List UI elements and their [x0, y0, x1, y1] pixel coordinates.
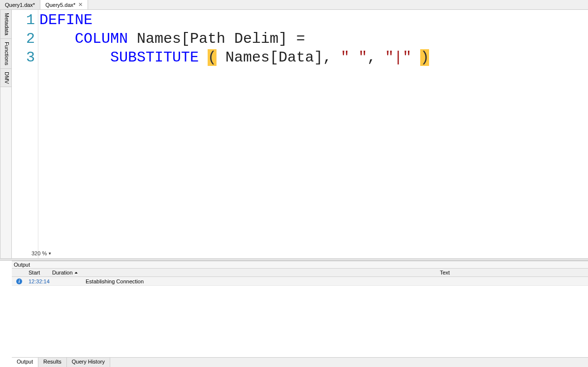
file-tab-bar: Query1.dax* Query5.dax* ✕ — [0, 0, 588, 10]
col-text[interactable]: Text — [438, 269, 588, 276]
tab-query1[interactable]: Query1.dax* — [0, 0, 40, 9]
function-substitute: SUBSTITUTE — [110, 49, 199, 66]
string-literal: " " — [340, 49, 367, 66]
sort-icon: ⏶ — [74, 271, 78, 275]
col-icon[interactable] — [12, 269, 27, 276]
line-number: 1 — [12, 11, 38, 30]
line-number: 3 — [12, 48, 38, 67]
info-icon: i — [16, 278, 22, 284]
output-panel: Output Start Duration ⏶ Text i 12:32:14 … — [12, 261, 588, 357]
main-area: Metadata Functions DMV 1 2 3 DEFINE COLU… — [0, 10, 588, 258]
keyword-define: DEFINE — [39, 12, 93, 29]
paren-open: ( — [208, 49, 217, 66]
line-number: 2 — [12, 30, 38, 48]
code-text[interactable]: DEFINE COLUMN Names[Path Delim] = SUBSTI… — [38, 10, 588, 258]
bottom-tab-output[interactable]: Output — [12, 358, 38, 367]
chevron-down-icon: ▼ — [48, 251, 52, 256]
zoom-indicator[interactable]: 320 % ▼ — [31, 250, 52, 256]
bottom-tab-history[interactable]: Query History — [67, 358, 110, 367]
paren-close: ) — [420, 49, 429, 66]
close-icon[interactable]: ✕ — [78, 1, 83, 8]
row-text: Establishing Connection — [84, 278, 588, 284]
output-title: Output — [12, 261, 588, 269]
tab-query5[interactable]: Query5.dax* ✕ — [40, 0, 88, 9]
code-arg: Names[Data] — [217, 49, 323, 66]
string-literal: "|" — [385, 49, 411, 66]
editor: 1 2 3 DEFINE COLUMN Names[Path Delim] = … — [12, 10, 588, 258]
output-columns: Start Duration ⏶ Text — [12, 269, 588, 277]
tab-label: Query5.dax* — [45, 2, 75, 8]
tab-label: Query1.dax* — [5, 2, 35, 8]
bottom-tab-bar: Output Results Query History — [12, 357, 588, 367]
zoom-value: 320 % — [31, 250, 47, 256]
editor-content[interactable]: 1 2 3 DEFINE COLUMN Names[Path Delim] = … — [12, 10, 588, 258]
side-tab-metadata[interactable]: Metadata — [0, 10, 11, 39]
bottom-tab-results[interactable]: Results — [38, 358, 67, 367]
output-rows: i 12:32:14 Establishing Connection — [12, 277, 588, 357]
keyword-column: COLUMN — [75, 31, 128, 47]
row-status-icon: i — [12, 278, 27, 284]
code-ident: Names[Path Delim] = — [128, 31, 305, 47]
side-tab-dmv[interactable]: DMV — [0, 69, 11, 87]
col-duration[interactable]: Duration ⏶ — [50, 269, 84, 276]
side-tab-functions[interactable]: Functions — [0, 39, 11, 69]
col-start[interactable]: Start — [27, 269, 50, 276]
output-row[interactable]: i 12:32:14 Establishing Connection — [12, 277, 588, 286]
side-tab-strip: Metadata Functions DMV — [0, 10, 12, 258]
line-gutter: 1 2 3 — [12, 10, 38, 258]
row-start: 12:32:14 — [27, 278, 50, 284]
